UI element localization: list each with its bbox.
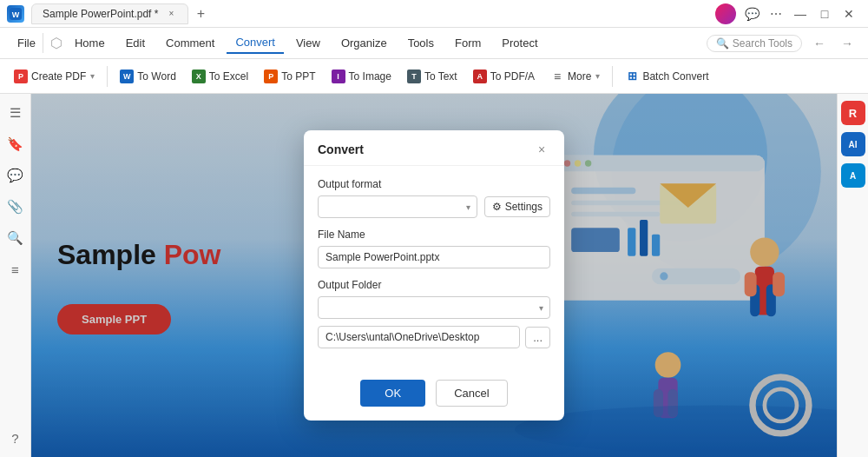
maximize-button[interactable]: □ — [812, 2, 837, 26]
active-tab[interactable]: Sample PowerPoint.pdf * × — [31, 3, 188, 24]
sidebar-icon-menu[interactable]: ☰ — [3, 101, 28, 125]
main-container: ☰ 🔖 💬 📎 🔍 ≡ ? — [0, 94, 868, 457]
dialog-header: Convert × — [304, 130, 564, 166]
close-tab-button[interactable]: × — [165, 8, 177, 20]
menu-item-file[interactable]: File — [10, 33, 43, 53]
to-text-label: To Text — [424, 70, 457, 83]
toolbar-divider-2 — [612, 66, 613, 87]
file-name-label: File Name — [318, 228, 550, 241]
search-tools-input[interactable]: 🔍 Search Tools — [707, 35, 802, 52]
dialog-overlay: Convert × Output format PowerPoint(*.ppt… — [31, 94, 837, 457]
ok-button[interactable]: OK — [360, 380, 425, 407]
toolbar: P Create PDF W To Word X To Excel P To P… — [0, 59, 868, 94]
menu-item-comment[interactable]: Comment — [157, 33, 223, 53]
excel-icon: X — [192, 70, 206, 83]
more-button[interactable]: ≡ More — [543, 66, 607, 87]
menu-item-home[interactable]: Home — [66, 33, 114, 53]
folder-browse-button[interactable]: ... — [525, 327, 550, 348]
batch-icon: ⊞ — [625, 70, 639, 83]
image-icon: I — [332, 70, 345, 83]
more-options-icon[interactable]: ⋯ — [764, 2, 788, 26]
menu-item-tools[interactable]: Tools — [399, 33, 443, 53]
menu-item-edit[interactable]: Edit — [117, 33, 154, 53]
right-sidebar-icon-ai[interactable]: AI — [841, 132, 865, 156]
avatar — [715, 3, 736, 24]
more-icon: ≡ — [550, 70, 564, 83]
sidebar-icon-attachment[interactable]: 📎 — [3, 195, 28, 219]
menu-item-organize[interactable]: Organize — [332, 33, 396, 53]
cancel-button[interactable]: Cancel — [436, 380, 507, 407]
to-ppt-label: To PPT — [281, 70, 315, 83]
nav-back-button[interactable]: ← — [809, 33, 830, 54]
menu-item-convert[interactable]: Convert — [227, 32, 284, 54]
menu-item-view[interactable]: View — [287, 33, 329, 53]
right-sidebar-icon-a[interactable]: A — [841, 163, 865, 188]
right-sidebar: R AI A — [837, 94, 868, 457]
settings-label: Settings — [505, 201, 542, 213]
output-format-label: Output format — [318, 178, 550, 190]
settings-icon: ⚙ — [492, 201, 502, 213]
menubar: File ⬡ Home Edit Comment Convert View Or… — [0, 28, 868, 59]
search-icon: 🔍 — [716, 37, 729, 50]
folder-option-select[interactable]: Specify folder Same as source — [318, 296, 550, 319]
minimize-button[interactable]: — — [788, 2, 812, 26]
batch-convert-button[interactable]: ⊞ Batch Convert — [618, 66, 715, 87]
batch-convert-label: Batch Convert — [642, 70, 708, 83]
left-sidebar: ☰ 🔖 💬 📎 🔍 ≡ ? — [0, 94, 31, 457]
word-icon: W — [120, 70, 134, 83]
toolbar-divider-1 — [107, 66, 108, 87]
more-label: More — [568, 70, 591, 83]
to-excel-button[interactable]: X To Excel — [185, 66, 255, 87]
dialog-body: Output format PowerPoint(*.pptx) PowerPo… — [304, 166, 564, 373]
create-pdf-label: Create PDF — [31, 70, 86, 83]
to-pdfa-label: To PDF/A — [490, 70, 535, 83]
menu-item-form[interactable]: Form — [446, 33, 490, 53]
add-tab-button[interactable]: + — [192, 5, 209, 23]
menu-separator: ⬡ — [50, 35, 62, 51]
to-ppt-button[interactable]: P To PPT — [257, 66, 322, 87]
output-folder-label: Output Folder — [318, 279, 550, 291]
sidebar-icon-bookmark[interactable]: 🔖 — [3, 132, 28, 156]
folder-option-select-wrapper: Specify folder Same as source — [318, 296, 550, 319]
menu-item-protect[interactable]: Protect — [493, 33, 546, 53]
text-icon: T — [407, 70, 421, 83]
nav-forward-button[interactable]: → — [837, 33, 858, 54]
svg-text:W: W — [12, 10, 20, 19]
app-icon: W — [7, 5, 24, 23]
create-pdf-icon: P — [14, 70, 28, 83]
settings-button[interactable]: ⚙ Settings — [484, 196, 550, 217]
titlebar: W Sample PowerPoint.pdf * × + 💬 ⋯ — □ ✕ — [0, 0, 868, 28]
convert-dialog: Convert × Output format PowerPoint(*.ppt… — [304, 130, 564, 421]
sidebar-icon-layers[interactable]: ≡ — [3, 257, 28, 281]
file-name-input[interactable] — [318, 246, 550, 268]
pdf-content: Sample Pow Sample PPT Convert × Output f… — [31, 94, 837, 457]
close-window-button[interactable]: ✕ — [837, 2, 861, 26]
format-select[interactable]: PowerPoint(*.pptx) PowerPoint(*.ppt) — [318, 195, 477, 218]
to-text-button[interactable]: T To Text — [400, 66, 464, 87]
format-select-wrapper: PowerPoint(*.pptx) PowerPoint(*.ppt) — [318, 195, 477, 218]
message-icon[interactable]: 💬 — [740, 2, 764, 26]
to-word-button[interactable]: W To Word — [113, 66, 182, 87]
to-image-button[interactable]: I To Image — [325, 66, 398, 87]
folder-path-row: ... — [318, 326, 550, 348]
folder-path-input[interactable] — [318, 326, 520, 348]
to-word-label: To Word — [137, 70, 175, 83]
pdfa-icon: A — [473, 70, 487, 83]
sidebar-icon-search[interactable]: 🔍 — [3, 226, 28, 250]
ppt-icon: P — [264, 70, 278, 83]
dialog-close-button[interactable]: × — [533, 141, 550, 158]
right-sidebar-icon-r[interactable]: R — [841, 101, 865, 125]
sidebar-icon-comment[interactable]: 💬 — [3, 163, 28, 188]
to-image-label: To Image — [349, 70, 391, 83]
create-pdf-button[interactable]: P Create PDF — [7, 66, 102, 87]
format-select-row: PowerPoint(*.pptx) PowerPoint(*.ppt) ⚙ S… — [318, 195, 550, 218]
dialog-title: Convert — [318, 142, 364, 156]
search-tools-label: Search Tools — [733, 37, 792, 50]
dialog-footer: OK Cancel — [304, 373, 564, 421]
sidebar-icon-help[interactable]: ? — [3, 426, 28, 450]
tab-title: Sample PowerPoint.pdf * — [43, 8, 158, 20]
to-excel-label: To Excel — [209, 70, 248, 83]
to-pdfa-button[interactable]: A To PDF/A — [466, 66, 542, 87]
